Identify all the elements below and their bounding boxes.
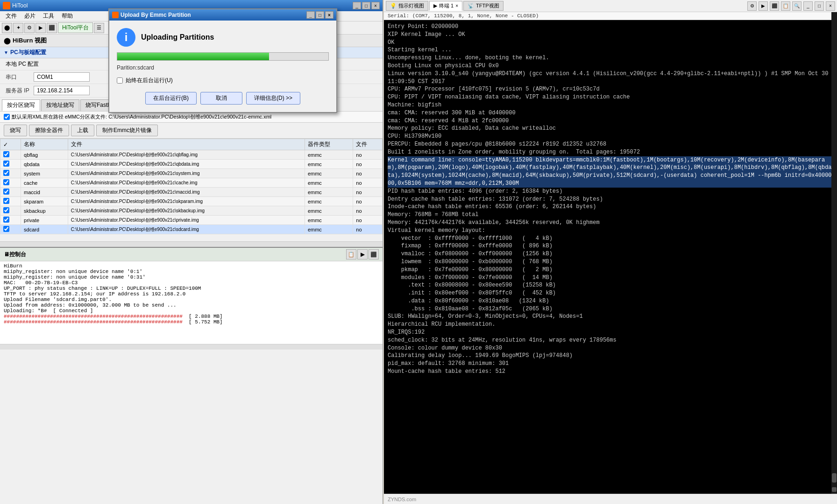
term-btn-2[interactable]: ▶ [759,1,768,11]
table-row[interactable]: maccid C:\Users\Administrator.PC\Desktop… [0,188,383,197]
terminal-scrollbar[interactable] [831,12,837,494]
term-maximize[interactable]: □ [815,1,824,11]
terminal-content[interactable]: Entry Point: 02000000XIP Kernel Image ..… [384,20,837,494]
dialog-minimize-btn[interactable]: _ [306,11,315,19]
dialog-info-row: i Uploading Partitions [117,28,329,47]
table-row[interactable]: skbackup C:\Users\Administrator.PC\Deskt… [0,206,383,216]
console-scrollbar[interactable] [0,344,383,350]
toolbar-btn-4[interactable]: ▶ [35,23,46,33]
console-btn-3[interactable]: ⬛ [369,249,379,259]
terminal-line: PID hash table entries: 4096 (order: 2, … [388,188,833,196]
tab-terminal1[interactable]: ▶ 终端 1 × [429,1,462,11]
row-checkbox[interactable] [3,161,9,167]
console-icon: 🖥 [4,251,9,258]
dialog-maximize-btn[interactable]: □ [316,11,324,19]
cancel-btn[interactable]: 取消 [200,92,242,105]
row-name: private [21,216,68,225]
tab-indicator[interactable]: 💡 指示灯视图 [386,1,428,11]
row-file: C:\Users\Administrator.PC\Desktop\创维e900… [68,188,305,197]
term-minimize[interactable]: _ [803,1,813,11]
row-checkbox[interactable] [3,226,9,232]
table-row[interactable]: qbdata C:\Users\Administrator.PC\Desktop… [0,160,383,169]
partition-table-container[interactable]: ✓ 名称 文件 器件类型 文件 qbflag C:\Users\Administ… [0,139,383,241]
terminal-line: vector : 0xffff0000 - 0xffff1000 ( 4 kB) [388,235,833,243]
tab-partition-burn[interactable]: 按分区烧写 [2,99,40,111]
terminal-line: SLUB: HWalign=64, Order=0-3, MinObjects=… [388,313,833,321]
dialog-close-btn[interactable]: × [325,11,333,19]
tab-tftp[interactable]: 📡 TFTP视图 [463,1,504,11]
row-name: maccid [21,188,68,197]
terminal-panel: 💡 指示灯视图 ▶ 终端 1 × 📡 TFTP视图 ⚙ ▶ ⬛ 📋 🔍 _ □ … [384,0,837,504]
menu-file[interactable]: 文件 [2,11,21,21]
serial-input[interactable] [34,72,90,82]
row-checkbox[interactable] [3,198,9,204]
term-btn-3[interactable]: ⬛ [770,1,779,11]
term-close[interactable]: × [826,1,835,11]
dialog-title: Upload By Emmc Partition [121,12,191,18]
menu-tools[interactable]: 工具 [39,11,58,21]
terminal-controls: ⚙ ▶ ⬛ 📋 🔍 _ □ × [746,1,835,11]
app-icon [3,2,10,9]
toolbar-btn-3[interactable]: ⚙ [24,23,35,33]
console-line: Upload Filename 'sdcard.img.part0'. [4,297,379,302]
maximize-btn[interactable]: □ [362,2,370,9]
minimize-btn[interactable]: _ [353,2,361,9]
serverip-input[interactable] [34,86,90,95]
console-line: Uploading: *B# [ Connected ] [4,308,379,314]
local-pc-label: 本地 PC 配置 [6,60,39,68]
row-name: qbflag [21,150,68,160]
table-row[interactable]: qbflag C:\Users\Administrator.PC\Desktop… [0,150,383,160]
toolbar-btn-1[interactable]: ⬤ [2,23,12,33]
make-emmc-btn[interactable]: 制作Emmc烧片镜像 [96,125,158,136]
console-line: miiphy_register: non unique device name … [4,274,379,280]
tab-terminal1-close[interactable]: × [455,3,458,8]
details-btn[interactable]: 详细信息(D) >> [246,92,300,105]
console-title: 控制台 [9,251,26,259]
run-background-btn[interactable]: 在后台运行(B) [145,92,197,105]
menu-help[interactable]: 帮助 [58,11,77,21]
background-checkbox[interactable] [117,77,123,84]
tab-addr-burn[interactable]: 按地址烧写 [41,99,79,111]
terminal-line: .bss : 0x810aae08 - 0x812af05c (2065 kB) [388,305,833,313]
table-row[interactable]: private C:\Users\Administrator.PC\Deskto… [0,216,383,225]
row-extra: no [353,188,383,197]
row-checkbox[interactable] [3,170,9,176]
row-checkbox[interactable] [3,179,9,185]
table-row[interactable]: sdcard C:\Users\Administrator.PC\Desktop… [0,225,383,234]
row-type: emmc [305,197,353,206]
term-btn-4[interactable]: 📋 [781,1,790,11]
terminal-line: pkmap : 0x7fe00000 - 0x80000000 ( 2 MB) [388,266,833,274]
burn-btn[interactable]: 烧写 [4,125,27,136]
row-checkbox[interactable] [3,151,9,157]
table-row[interactable]: system C:\Users\Administrator.PC\Desktop… [0,169,383,178]
close-btn[interactable]: × [371,2,380,9]
terminal-line: .init : 0x80eef000 - 0x80f5ffc0 ( 452 kB… [388,289,833,297]
row-checkbox[interactable] [3,217,9,223]
terminal-line: .text : 0x80008000 - 0x80eee590 (15258 k… [388,281,833,289]
console-area: 🖥 控制台 📋 ▶ ⬛ HiBurnmiiphy_register: non u… [0,247,383,350]
upload-dialog: Upload By Emmc Partition _ □ × i Uploadi… [108,8,337,113]
menu-edit[interactable]: 必片 [21,11,39,21]
row-name: skbackup [21,206,68,216]
terminal-line: Memory policy: ECC disabled, Data cache … [388,125,833,133]
table-row[interactable]: skparam C:\Users\Administrator.PC\Deskto… [0,197,383,206]
dialog-titlebar: Upload By Emmc Partition _ □ × [109,9,336,21]
toolbar-btn-2[interactable]: ✦ [13,23,23,33]
row-extra: no [353,178,383,188]
term-btn-5[interactable]: 🔍 [792,1,802,11]
terminal-line: vmalloc : 0xf0800000 - 0xff000000 (1256 … [388,250,833,258]
row-checkbox[interactable] [3,207,9,213]
console-btn-2[interactable]: ▶ [357,249,368,259]
toolbar-btn-5[interactable]: ⬛ [47,23,57,33]
xml-checkbox[interactable] [4,114,10,120]
table-row[interactable]: cache C:\Users\Administrator.PC\Desktop\… [0,178,383,188]
row-checkbox[interactable] [3,189,9,195]
erase-btn[interactable]: 擦除全器件 [29,125,69,136]
terminal-line: fixmap : 0xfff00000 - 0xfffe0000 ( 896 k… [388,242,833,250]
horizontal-scrollbar[interactable] [0,241,383,247]
row-file: C:\Users\Administrator.PC\Desktop\创维e900… [68,206,305,216]
console-btn-1[interactable]: 📋 [346,249,356,259]
toolbar-btn-6[interactable]: ☰ [94,23,104,33]
term-btn-1[interactable]: ⚙ [747,1,757,11]
upload-btn[interactable]: 上载 [71,125,94,136]
